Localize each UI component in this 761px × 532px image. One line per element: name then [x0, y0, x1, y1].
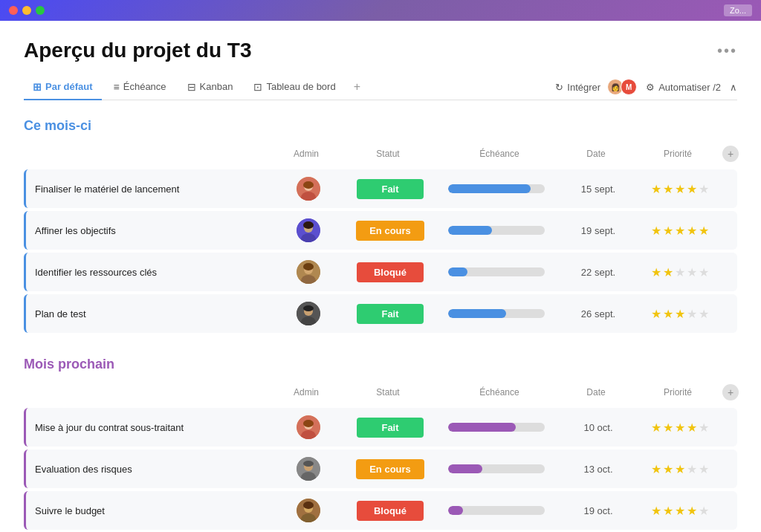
task-name: Affiner les objectifs: [26, 225, 279, 236]
add-column-button-1[interactable]: +: [722, 146, 739, 162]
col-echeance: Échéance: [440, 387, 559, 398]
task-avatar: [279, 302, 338, 325]
star: ★: [663, 265, 673, 279]
star: ★: [663, 307, 673, 321]
task-avatar: [279, 415, 338, 439]
star-empty: ★: [699, 265, 709, 279]
star: ★: [675, 307, 685, 321]
page-title: Aperçu du projet du T3: [24, 39, 251, 62]
task-row: Plan de test Fait 26 se: [24, 294, 737, 333]
section-header-ce-mois-ci: Ce mois-ci: [24, 118, 737, 134]
col-statut: Statut: [336, 149, 440, 159]
tab-list: ⊞ Par défaut ≡ Échéance ⊟ Kanban ⊡ Table…: [24, 74, 555, 100]
avatar: [297, 218, 320, 242]
avatar: [297, 415, 320, 439]
progress-cell: [442, 464, 561, 473]
col-headers-1: Admin Statut Échéance Date Priorité +: [24, 143, 737, 165]
task-avatar: [279, 218, 338, 242]
col-add[interactable]: +: [722, 384, 745, 400]
task-avatar: [279, 457, 338, 481]
date-cell: 10 oct.: [561, 422, 635, 433]
add-column-button-2[interactable]: +: [722, 384, 739, 400]
task-avatar: [279, 260, 338, 284]
add-tab-button[interactable]: +: [348, 74, 366, 100]
integrer-avatars: 👩 M: [604, 79, 637, 95]
integrer-button[interactable]: ↻ Intégrer 👩 M: [555, 79, 637, 95]
col-add[interactable]: +: [722, 146, 745, 162]
svg-point-23: [303, 461, 314, 467]
svg-point-7: [303, 221, 314, 229]
star: ★: [675, 462, 685, 476]
col-headers-2: Admin Statut Échéance Date Priorité +: [24, 381, 737, 403]
task-name: Identifier les ressources clés: [26, 267, 279, 278]
chevron-up-icon: ∧: [730, 82, 737, 93]
task-row: Evaluation des risques En cours: [24, 450, 737, 488]
avatar-2: M: [621, 79, 637, 95]
automatiser-button[interactable]: ⚙ Automatiser /2: [646, 82, 721, 93]
col-admin: Admin: [276, 387, 336, 398]
gear-icon: ⚙: [646, 82, 655, 93]
stars-cell: ★ ★ ★ ★ ★: [635, 504, 725, 518]
progress-bar: [448, 226, 545, 235]
sync-icon: ↻: [555, 82, 563, 93]
avatar: [297, 302, 320, 325]
section-ce-mois-ci: Ce mois-ci Admin Statut Échéance Date Pr…: [24, 118, 737, 333]
date-cell: 15 sept.: [561, 184, 635, 195]
progress-cell: [442, 184, 561, 193]
collapse-button[interactable]: ∧: [730, 82, 737, 93]
avatar: [297, 260, 320, 284]
svg-point-19: [303, 420, 314, 427]
stars-cell: ★ ★ ★ ★ ★: [635, 462, 725, 476]
star: ★: [687, 421, 697, 435]
kanban-icon: ⊟: [187, 81, 196, 93]
col-statut: Statut: [336, 387, 440, 398]
tab-actions: ↻ Intégrer 👩 M ⚙ Automatiser /2 ∧: [555, 79, 737, 95]
list-icon: ≡: [114, 81, 120, 93]
svg-point-3: [303, 181, 314, 189]
stars-cell: ★ ★ ★ ★ ★: [635, 307, 725, 321]
col-echeance: Échéance: [440, 149, 559, 159]
status-badge: Fait: [338, 179, 442, 199]
date-cell: 19 sept.: [561, 225, 635, 236]
zoom-badge: Zo...: [724, 4, 752, 16]
page-header: Aperçu du projet du T3 •••: [24, 39, 737, 62]
maximize-button[interactable]: [36, 6, 45, 15]
tab-par-defaut[interactable]: ⊞ Par défaut: [24, 75, 102, 100]
badge-bloque: Bloqué: [357, 262, 424, 282]
badge-fait: Fait: [357, 179, 424, 199]
section-mois-prochain: Mois prochain Admin Statut Échéance Date…: [24, 357, 737, 532]
tab-bar: ⊞ Par défaut ≡ Échéance ⊟ Kanban ⊡ Table…: [24, 74, 737, 100]
status-badge: En cours: [338, 221, 442, 241]
progress-fill: [448, 226, 492, 235]
star-empty: ★: [687, 265, 697, 279]
star: ★: [663, 462, 673, 476]
star: ★: [651, 307, 661, 321]
task-row: Finaliser le matériel de lancement Fait: [24, 169, 737, 208]
status-badge: Fait: [338, 418, 442, 438]
automatiser-label: Automatiser /2: [658, 82, 721, 93]
tab-kanban[interactable]: ⊟ Kanban: [178, 75, 242, 100]
star: ★: [663, 421, 673, 435]
col-priorite: Priorité: [633, 387, 722, 398]
star-empty: ★: [699, 504, 709, 518]
badge-fait: Fait: [357, 418, 424, 438]
progress-cell: [442, 267, 561, 276]
more-options-button[interactable]: •••: [717, 42, 737, 59]
tab-echeance[interactable]: ≡ Échéance: [105, 75, 175, 100]
tab-tableau-de-bord[interactable]: ⊡ Tableau de bord: [245, 75, 344, 100]
date-cell: 19 oct.: [561, 505, 635, 516]
badge-en-cours: En cours: [356, 459, 424, 479]
progress-fill: [448, 184, 531, 193]
close-button[interactable]: [9, 6, 18, 15]
star: ★: [651, 421, 661, 435]
badge-en-cours: En cours: [356, 221, 424, 241]
progress-fill: [448, 423, 516, 432]
minimize-button[interactable]: [22, 6, 31, 15]
star-empty: ★: [687, 462, 697, 476]
progress-bar: [448, 267, 545, 276]
star: ★: [675, 224, 685, 238]
svg-point-11: [303, 263, 314, 270]
star-empty: ★: [687, 307, 697, 321]
task-avatar: [279, 499, 338, 522]
star: ★: [651, 182, 661, 196]
